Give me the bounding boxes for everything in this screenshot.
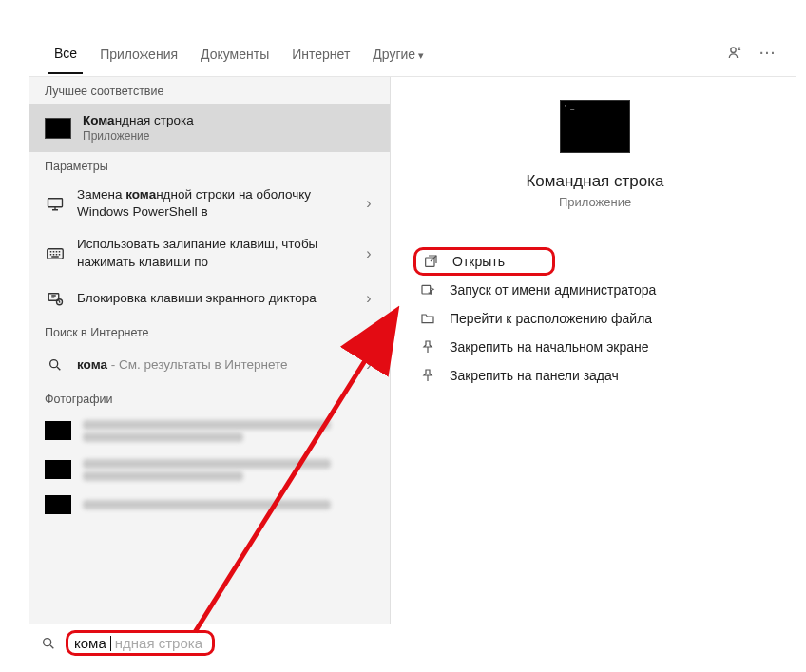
photo-item[interactable] — [29, 412, 390, 451]
admin-shield-icon — [419, 282, 436, 298]
pin-start-icon — [419, 339, 436, 355]
best-match-subtitle: Приложение — [83, 129, 194, 143]
tab-web[interactable]: Интернет — [286, 33, 355, 73]
open-icon — [422, 254, 439, 269]
tab-more[interactable]: Другие▾ — [367, 33, 430, 73]
folder-icon — [419, 311, 436, 326]
photo-thumbnail-icon — [45, 421, 71, 440]
chevron-right-icon: › — [359, 195, 378, 212]
best-match-item[interactable]: Командная строка Приложение — [29, 104, 390, 152]
narrator-lock-icon — [45, 290, 66, 307]
settings-item[interactable]: Замена командной строки на оболочку Wind… — [29, 179, 390, 228]
settings-item[interactable]: Использовать залипание клавиш, чтобы наж… — [29, 228, 390, 278]
settings-header: Параметры — [29, 152, 390, 179]
run-as-admin-action[interactable]: Запуск от имени администратора — [413, 276, 777, 304]
svg-point-8 — [44, 638, 51, 645]
more-options-icon[interactable]: ··· — [758, 46, 778, 61]
open-action[interactable]: Открыть — [413, 247, 555, 276]
chevron-right-icon: › — [359, 290, 378, 307]
photos-header: Фотографии — [29, 385, 390, 412]
settings-item[interactable]: Блокировка клавиши экранного диктора › — [29, 278, 390, 318]
svg-point-5 — [50, 360, 58, 368]
best-match-header: Лучшее соответствие — [29, 77, 390, 104]
app-title: Командная строка — [526, 172, 663, 191]
svg-rect-1 — [48, 199, 63, 207]
best-match-title: Командная строка — [83, 113, 194, 127]
web-search-header: Поиск в Интернете — [29, 318, 390, 345]
photo-thumbnail-icon — [45, 460, 71, 479]
open-file-location-action[interactable]: Перейти к расположению файла — [413, 304, 777, 333]
search-icon — [45, 357, 66, 373]
chevron-down-icon: ▾ — [418, 49, 424, 61]
keyboard-icon — [45, 247, 66, 260]
svg-point-0 — [731, 48, 736, 52]
tab-all[interactable]: Все — [48, 32, 83, 74]
photo-item[interactable] — [29, 451, 390, 490]
photo-thumbnail-icon — [45, 495, 71, 514]
chevron-right-icon: › — [359, 356, 378, 374]
tab-docs[interactable]: Документы — [195, 33, 275, 73]
cmd-thumbnail-icon — [45, 118, 71, 139]
pin-to-taskbar-action[interactable]: Закрепить на панели задач — [413, 361, 777, 390]
search-bar[interactable]: командная строка — [29, 624, 796, 662]
chevron-right-icon: › — [359, 245, 378, 262]
feedback-icon[interactable] — [725, 44, 746, 63]
details-panel: Командная строка Приложение Открыть Запу… — [391, 77, 796, 624]
app-subtitle: Приложение — [559, 195, 631, 209]
search-input[interactable]: командная строка — [66, 630, 215, 656]
photo-item[interactable] — [29, 490, 390, 520]
web-search-item[interactable]: кома - См. результаты в Интернете › — [29, 345, 390, 385]
search-icon — [41, 636, 56, 651]
app-large-icon — [560, 100, 630, 153]
monitor-icon — [45, 196, 66, 211]
pin-to-start-action[interactable]: Закрепить на начальном экране — [413, 333, 777, 361]
results-panel: Лучшее соответствие Командная строка При… — [29, 77, 391, 624]
tab-apps[interactable]: Приложения — [94, 33, 183, 73]
tabs-bar: Все Приложения Документы Интернет Другие… — [29, 29, 796, 77]
pin-taskbar-icon — [419, 368, 436, 383]
